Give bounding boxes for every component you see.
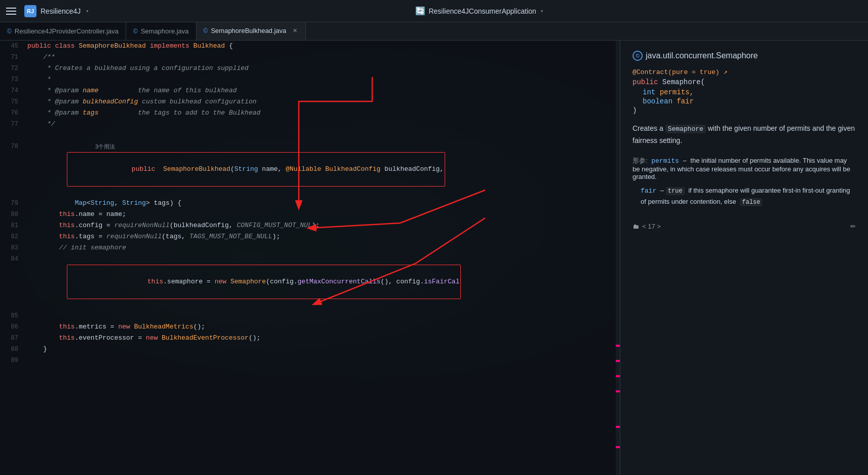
- code-line-75: 75 * @param bulkheadConfig custom bulkhe…: [0, 96, 620, 107]
- doc-sig-keyword: public: [633, 78, 658, 86]
- run-config-name: Resilience4JConsumerApplication: [428, 7, 536, 15]
- line-content-83: // init semaphore: [25, 242, 620, 253]
- project-name: Resilience4J: [41, 7, 81, 15]
- tab-icon-provider: ©: [7, 28, 12, 35]
- line-number-75: 75: [0, 96, 25, 107]
- code-line-45: 45 public class SemaphoreBulkhead implem…: [0, 41, 620, 52]
- doc-navigation: 🖿 < 17 > ✏: [633, 223, 856, 230]
- line-content-75: * @param bulkheadConfig custom bulkhead …: [25, 96, 620, 107]
- code-line-72: 72 * Creates a bulkhead using a configur…: [0, 63, 620, 74]
- code-line-73: 73 *: [0, 74, 620, 85]
- tab-close-button[interactable]: ✕: [291, 27, 298, 34]
- line-content-77: */: [25, 119, 620, 130]
- code-line-83: 83 // init semaphore: [0, 242, 620, 253]
- code-editor[interactable]: 45 public class SemaphoreBulkhead implem…: [0, 41, 620, 475]
- run-config-chevron-icon: ▾: [540, 8, 543, 14]
- code-line-76: 76 * @param tags the tags to add to the …: [0, 107, 620, 119]
- line-number-71: 71: [0, 52, 25, 63]
- doc-param-fair: fair: [677, 97, 694, 105]
- code-line-74: 74 * @param name the name of this bulkhe…: [0, 85, 620, 96]
- doc-class-header: © java.util.concurrent.Semaphore: [633, 51, 856, 61]
- code-line-81: 81 this.config = requireNonNull(bulkhead…: [0, 220, 620, 231]
- doc-param-int: int: [643, 88, 655, 96]
- code-line-87: 87 this.eventProcessor = new BulkheadEve…: [0, 333, 620, 344]
- hamburger-menu[interactable]: [6, 8, 16, 15]
- line-number-73: 73: [0, 74, 25, 85]
- doc-param2-true-code: true: [666, 187, 685, 195]
- doc-param1-key: permits: [651, 157, 679, 165]
- line-content-81: this.config = requireNonNull(bulkheadCon…: [25, 220, 620, 231]
- line-content-72: * Creates a bulkhead using a configurati…: [25, 63, 620, 74]
- doc-param2-dash: –: [660, 187, 664, 194]
- project-selector[interactable]: RJ Resilience4J ▾: [24, 5, 89, 17]
- line-content-80: this.name = name;: [25, 209, 620, 220]
- line-content-79: Map<String, String> tags) {: [25, 198, 620, 209]
- line-number-86: 86: [0, 321, 25, 333]
- doc-param1-dash: –: [683, 157, 686, 164]
- doc-sig-param2: boolean fair: [633, 97, 856, 105]
- doc-sig-close-paren: ): [633, 106, 856, 115]
- code-line-78: 78 public SemaphoreBulkhead(String name,…: [0, 141, 620, 198]
- doc-sig-param1: int permits,: [633, 88, 856, 96]
- code-line-80: 80 this.name = name;: [0, 209, 620, 220]
- tab-bar: © Resilience4JProviderController.java © …: [0, 22, 868, 41]
- doc-param2-entry: fair – true if this semaphore will guara…: [633, 186, 856, 207]
- line-content-84: this.semaphore = new Semaphore(config.ge…: [25, 253, 620, 310]
- code-line-85: 85: [0, 310, 620, 321]
- main-content: 45 public class SemaphoreBulkhead implem…: [0, 41, 868, 475]
- line-number-87: 87: [0, 333, 25, 344]
- doc-desc-semaphore-code: Semaphore: [665, 125, 706, 133]
- line-number-78: 78: [0, 141, 25, 152]
- run-configuration[interactable]: 🔄 Resilience4JConsumerApplication ▾: [415, 6, 543, 16]
- doc-param-boolean: boolean: [643, 97, 673, 105]
- code-line-79: 79 Map<String, String> tags) {: [0, 198, 620, 209]
- minimap-scrollbar[interactable]: [616, 41, 620, 475]
- tab-label-provider: Resilience4JProviderController.java: [15, 27, 119, 35]
- line-number-77: 77: [0, 119, 25, 130]
- code-line-84: 84 this.semaphore = new Semaphore(config…: [0, 253, 620, 310]
- tab-label-semaphore: Semaphore.java: [141, 27, 189, 35]
- project-avatar: RJ: [24, 5, 36, 17]
- doc-sig-open-paren: (: [700, 78, 704, 86]
- line-number-81: 81: [0, 220, 25, 231]
- project-chevron-icon: ▾: [86, 8, 89, 14]
- run-icon: 🔄: [415, 6, 425, 16]
- code-line-71: 71 /**: [0, 52, 620, 63]
- documentation-panel: © java.util.concurrent.Semaphore @Contra…: [620, 41, 868, 475]
- doc-param-permits: permits,: [660, 88, 694, 96]
- doc-nav-file-icon: 🖿: [633, 223, 639, 230]
- doc-annotation-text: @Contract(pure = true) ↗: [633, 68, 727, 76]
- tab-provider-controller[interactable]: © Resilience4JProviderController.java: [0, 22, 126, 40]
- line-number-76: 76: [0, 107, 25, 119]
- doc-annotation: @Contract(pure = true) ↗: [633, 68, 856, 76]
- code-content: 45 public class SemaphoreBulkhead implem…: [0, 41, 620, 366]
- line-content-86: this.metrics = new BulkheadMetrics();: [25, 321, 620, 333]
- line-content-74: * @param name the name of this bulkhead: [25, 85, 620, 96]
- line-content-76: * @param tags the tags to add to the Bul…: [25, 107, 620, 119]
- minimap-mark-4: [616, 390, 620, 392]
- code-line-86: 86 this.metrics = new BulkheadMetrics();: [0, 321, 620, 333]
- tab-semaphore-bulkhead[interactable]: © SemaphoreBulkhead.java ✕: [196, 22, 306, 40]
- doc-class-icon: ©: [633, 51, 643, 61]
- top-bar: RJ Resilience4J ▾ 🔄 Resilience4JConsumer…: [0, 0, 868, 22]
- line-number-45: 45: [0, 41, 25, 52]
- line-number-82: 82: [0, 231, 25, 242]
- code-line-77: 77 */: [0, 119, 620, 130]
- minimap-mark-1: [616, 345, 620, 347]
- code-line-89: 89: [0, 355, 620, 366]
- line-content-71: /**: [25, 52, 620, 63]
- line-content-73: *: [25, 74, 620, 85]
- doc-class-full-name: java.util.concurrent.Semaphore: [646, 51, 758, 60]
- doc-description: Creates a Semaphore with the given numbe…: [633, 123, 856, 146]
- line-number-89: 89: [0, 355, 25, 366]
- doc-sig-constructor-name: Semaphore: [662, 78, 701, 86]
- code-line-82: 82 this.tags = requireNonNull(tags, TAGS…: [0, 231, 620, 242]
- doc-edit-icon[interactable]: ✏: [850, 223, 856, 230]
- doc-sig-line1: public Semaphore(: [633, 78, 856, 86]
- tab-icon-bulkhead: ©: [204, 27, 208, 34]
- line-number-74: 74: [0, 85, 25, 96]
- tab-semaphore[interactable]: © Semaphore.java: [126, 22, 196, 40]
- doc-param2-false-code: false: [740, 198, 762, 206]
- line-number-79: 79: [0, 198, 25, 209]
- line-number-85: 85: [0, 310, 25, 321]
